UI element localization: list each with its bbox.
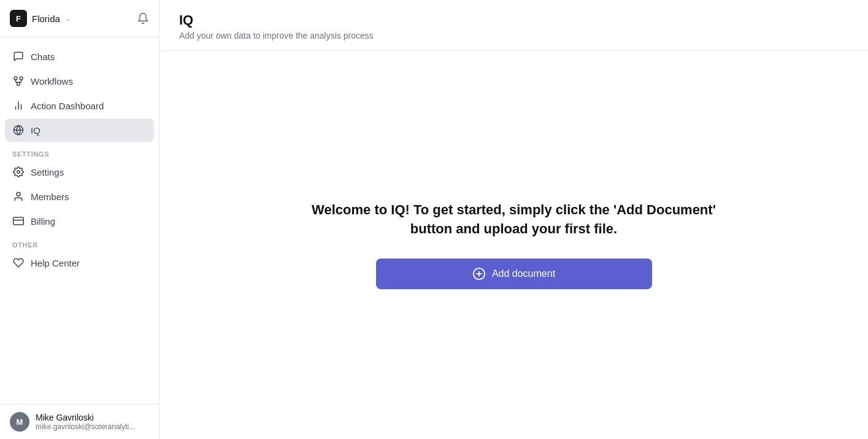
chat-icon <box>12 50 25 63</box>
sidebar: F Florida ⌄ Chats <box>0 0 159 439</box>
sidebar-item-members[interactable]: Members <box>5 185 154 208</box>
other-section-label: OTHER <box>5 234 154 251</box>
user-info: Mike Gavriloski mike.gavriloski@soterana… <box>36 413 135 431</box>
page-header: IQ Add your own data to improve the anal… <box>159 0 868 51</box>
svg-point-9 <box>17 192 20 196</box>
sidebar-item-help-center-label: Help Center <box>31 258 80 268</box>
page-subtitle: Add your own data to improve the analysi… <box>179 31 848 41</box>
workspace-selector[interactable]: F Florida ⌄ <box>10 10 71 27</box>
workspace-avatar: F <box>10 10 27 27</box>
sidebar-header: F Florida ⌄ <box>0 0 159 37</box>
workflow-icon <box>12 75 25 87</box>
credit-card-icon <box>12 215 25 227</box>
globe-icon <box>12 124 25 136</box>
workspace-name: Florida <box>32 14 60 24</box>
svg-rect-10 <box>13 217 24 225</box>
user-email: mike.gavriloski@soteranalyti... <box>36 422 135 431</box>
page-title: IQ <box>179 12 848 28</box>
sidebar-item-chats-label: Chats <box>31 52 55 62</box>
main-body: Welcome to IQ! To get started, simply cl… <box>159 51 868 439</box>
main-content: IQ Add your own data to improve the anal… <box>159 0 868 439</box>
gear-icon <box>12 166 25 178</box>
sidebar-item-action-dashboard[interactable]: Action Dashboard <box>5 94 154 117</box>
sidebar-item-iq[interactable]: IQ <box>5 118 154 142</box>
plus-circle-icon <box>472 267 486 281</box>
sidebar-item-workflows[interactable]: Workflows <box>5 69 154 93</box>
sidebar-item-iq-label: IQ <box>31 125 40 136</box>
user-profile[interactable]: M Mike Gavriloski mike.gavriloski@sotera… <box>0 404 159 439</box>
svg-point-8 <box>17 171 20 174</box>
sidebar-item-billing-label: Billing <box>31 216 55 227</box>
person-icon <box>12 190 25 203</box>
heart-icon <box>12 257 25 269</box>
sidebar-item-action-dashboard-label: Action Dashboard <box>31 101 104 111</box>
chevron-down-icon: ⌄ <box>65 14 71 23</box>
welcome-message: Welcome to IQ! To get started, simply cl… <box>312 201 716 239</box>
user-name: Mike Gavriloski <box>36 413 135 422</box>
sidebar-item-help-center[interactable]: Help Center <box>5 251 154 274</box>
bar-chart-icon <box>12 99 25 112</box>
sidebar-item-workflows-label: Workflows <box>31 76 73 87</box>
add-document-label: Add document <box>492 268 555 279</box>
sidebar-item-billing[interactable]: Billing <box>5 209 154 233</box>
sidebar-item-settings[interactable]: Settings <box>5 160 154 184</box>
add-document-button[interactable]: Add document <box>376 258 652 289</box>
bell-icon[interactable] <box>137 12 149 25</box>
avatar: M <box>10 412 29 432</box>
sidebar-nav: Chats Workflows <box>0 37 159 404</box>
settings-section-label: SETTINGS <box>5 143 154 160</box>
sidebar-item-settings-label: Settings <box>31 167 64 177</box>
sidebar-item-chats[interactable]: Chats <box>5 45 154 68</box>
sidebar-item-members-label: Members <box>31 192 69 202</box>
